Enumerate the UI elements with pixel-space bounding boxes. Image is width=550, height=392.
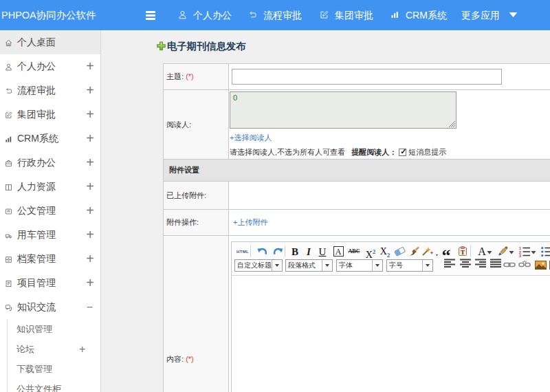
svg-text:3: 3 <box>519 254 521 257</box>
svg-text:T: T <box>461 249 465 256</box>
